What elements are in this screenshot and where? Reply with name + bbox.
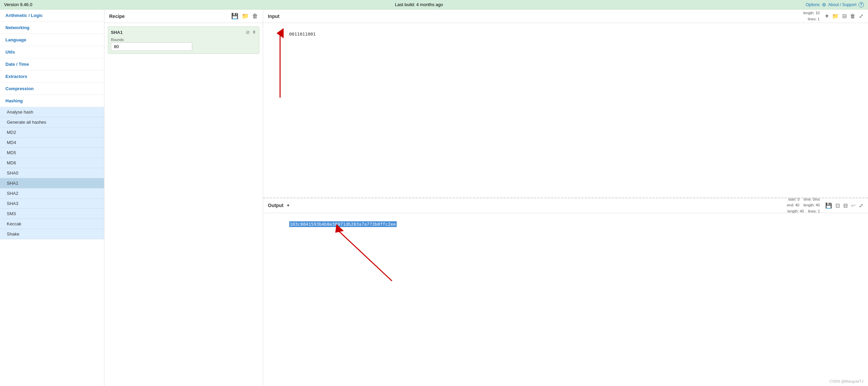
recipe-title: Recipe xyxy=(109,14,125,19)
output-meta-start: start: 0 xyxy=(788,197,803,201)
input-add-icon[interactable]: + xyxy=(825,13,829,20)
output-toolbar-icons: 💾 ⊡ ⊟ ↩ ⤢ xyxy=(825,202,863,209)
sidebar-item-analyse-hash[interactable]: Analyse hash xyxy=(0,107,104,117)
sidebar-item-language[interactable]: Language xyxy=(0,34,104,46)
output-title: Output xyxy=(268,203,283,208)
recipe-card-cancel-icon[interactable]: ⊘ xyxy=(246,29,250,35)
input-header: Input length: 10 lines: 1 + 📁 ⊟ 🗑 ⤢ xyxy=(263,9,868,23)
sidebar-item-compression[interactable]: Compression xyxy=(0,83,104,95)
gear-icon[interactable]: ⚙ xyxy=(822,2,826,7)
output-meta-end: end: 40 xyxy=(787,203,803,207)
output-selected-text: 103c8041593b4b8e38971db283a7a773b0ffc2ee xyxy=(289,221,397,227)
input-toolbar-icons: + 📁 ⊟ 🗑 ⤢ xyxy=(825,13,863,20)
sidebar-item-sm3[interactable]: SM3 xyxy=(0,209,104,219)
input-meta: length: 10 lines: 1 xyxy=(803,10,820,22)
output-arrow xyxy=(331,223,399,291)
recipe-trash-icon[interactable]: 🗑 xyxy=(252,13,258,20)
output-copy-icon[interactable]: ⊡ xyxy=(835,202,840,209)
watermark: CSDN @MangolaTJ xyxy=(829,379,863,383)
recipe-rounds-input[interactable] xyxy=(111,42,192,51)
last-build-label: Last build: 4 months ago xyxy=(395,2,443,7)
sidebar-item-utils[interactable]: Utils xyxy=(0,46,104,58)
input-title: Input xyxy=(268,14,279,19)
recipe-header: Recipe 💾 📁 🗑 xyxy=(104,9,263,23)
input-split-icon[interactable]: ⊟ xyxy=(842,13,847,19)
sidebar-item-sha3[interactable]: SHA3 xyxy=(0,199,104,209)
recipe-toolbar-icons: 💾 📁 🗑 xyxy=(231,13,258,20)
input-trash-icon[interactable]: 🗑 xyxy=(850,13,855,19)
options-about-section: Options ⚙ About / Support ? xyxy=(806,2,864,7)
input-meta-length-value: 10 xyxy=(815,11,820,15)
recipe-rounds-label: Rounds xyxy=(111,38,256,42)
output-meta-lines: lines: 1 xyxy=(808,209,820,213)
input-panel: Input length: 10 lines: 1 + 📁 ⊟ 🗑 ⤢ xyxy=(263,9,868,198)
sidebar-item-arithmetic-logic[interactable]: Arithmetic / Logic xyxy=(0,9,104,22)
recipe-card-header: SHA1 ⊘ ⏸ xyxy=(111,29,256,35)
sidebar-item-networking[interactable]: Networking xyxy=(0,22,104,34)
output-header-right: start: 0 time: 0ms end: 40 length: 40 le… xyxy=(787,197,863,215)
output-meta-length2: length: 40 xyxy=(804,203,820,207)
recipe-folder-icon[interactable]: 📁 xyxy=(242,13,249,20)
output-split-icon[interactable]: ⊟ xyxy=(843,202,848,209)
sidebar-item-sha1[interactable]: SHA1 xyxy=(0,178,104,188)
input-value: 0011011001 xyxy=(289,32,316,37)
output-expand-icon[interactable]: ⤢ xyxy=(859,202,863,209)
output-meta: start: 0 time: 0ms end: 40 length: 40 le… xyxy=(787,197,820,215)
sidebar-item-sha0[interactable]: SHA0 xyxy=(0,168,104,178)
input-arrow xyxy=(270,26,287,101)
output-meta-length: length: 40 xyxy=(788,209,807,213)
sidebar-item-md2[interactable]: MD2 xyxy=(0,127,104,138)
output-magic-icon[interactable]: ✦ xyxy=(286,203,290,208)
input-header-right: length: 10 lines: 1 + 📁 ⊟ 🗑 ⤢ xyxy=(803,10,863,22)
recipe-body: SHA1 ⊘ ⏸ Rounds xyxy=(104,23,263,386)
sidebar-item-shake[interactable]: Shake xyxy=(0,229,104,239)
output-header: Output ✦ start: 0 time: 0ms end: 40 leng… xyxy=(263,198,868,213)
output-content[interactable]: 103c8041593b4b8e38971db283a7a773b0ffc2ee xyxy=(263,213,868,386)
input-content[interactable]: 0011011001 xyxy=(263,23,868,198)
version-label: Version 9.46.0 xyxy=(4,2,32,7)
input-folder-icon[interactable]: 📁 xyxy=(832,13,839,19)
recipe-card-title: SHA1 xyxy=(111,30,123,35)
output-panel: Output ✦ start: 0 time: 0ms end: 40 leng… xyxy=(263,198,868,386)
sidebar-item-date-time[interactable]: Date / Time xyxy=(0,58,104,70)
main-layout: Arithmetic / Logic Networking Language U… xyxy=(0,9,868,386)
about-support-link[interactable]: About / Support xyxy=(828,2,856,7)
recipe-save-icon[interactable]: 💾 xyxy=(231,13,238,20)
recipe-rounds-field: Rounds xyxy=(111,38,256,51)
output-meta-time: time: 0ms xyxy=(804,197,820,201)
sidebar-item-md5[interactable]: MD5 xyxy=(0,148,104,158)
top-bar: Version 9.46.0 Last build: 4 months ago … xyxy=(0,0,868,9)
input-meta-lines-value: 1 xyxy=(817,17,820,21)
input-meta-lines-label: lines: xyxy=(808,17,818,21)
sidebar-item-extractors[interactable]: Extractors xyxy=(0,70,104,83)
io-panels: Input length: 10 lines: 1 + 📁 ⊟ 🗑 ⤢ xyxy=(263,9,868,386)
sidebar: Arithmetic / Logic Networking Language U… xyxy=(0,9,104,386)
svg-line-3 xyxy=(338,230,392,281)
recipe-card-sha1: SHA1 ⊘ ⏸ Rounds xyxy=(108,26,259,54)
sidebar-item-md6[interactable]: MD6 xyxy=(0,158,104,168)
recipe-card-pause-icon[interactable]: ⏸ xyxy=(252,29,256,35)
recipe-panel: Recipe 💾 📁 🗑 SHA1 ⊘ ⏸ Rounds xyxy=(104,9,263,386)
output-header-left: Output ✦ xyxy=(268,203,290,208)
output-save-icon[interactable]: 💾 xyxy=(825,202,832,209)
sidebar-item-sha2[interactable]: SHA2 xyxy=(0,188,104,199)
output-undo-icon[interactable]: ↩ xyxy=(851,202,855,209)
sidebar-item-keccak[interactable]: Keccak xyxy=(0,219,104,229)
input-meta-length-label: length: xyxy=(803,11,815,15)
sidebar-item-generate-all-hashes[interactable]: Generate all hashes xyxy=(0,117,104,127)
sidebar-item-hashing[interactable]: Hashing xyxy=(0,95,104,107)
help-icon[interactable]: ? xyxy=(859,2,864,7)
sidebar-item-md4[interactable]: MD4 xyxy=(0,138,104,148)
recipe-card-actions: ⊘ ⏸ xyxy=(246,29,256,35)
input-expand-icon[interactable]: ⤢ xyxy=(859,13,863,19)
options-link[interactable]: Options xyxy=(806,2,820,7)
